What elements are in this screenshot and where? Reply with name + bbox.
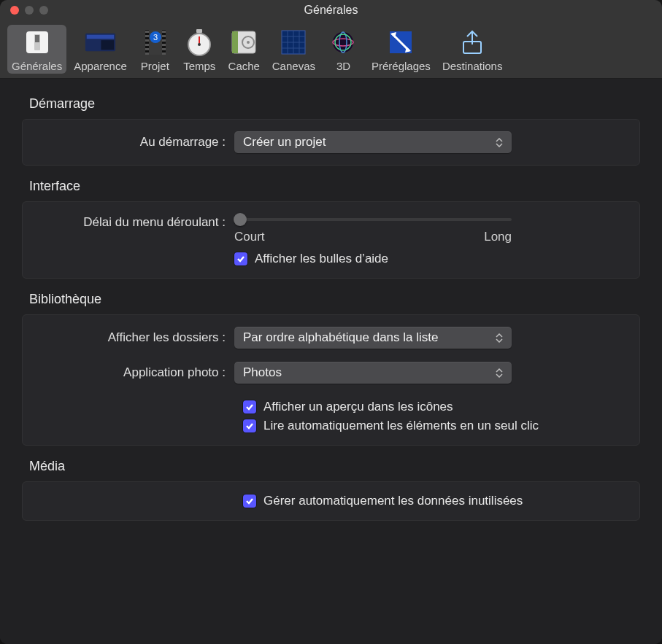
at-startup-label: Au démarrage : bbox=[37, 135, 234, 150]
tab-label: Cache bbox=[228, 60, 260, 72]
content-area: Démarrage Au démarrage : Créer un projet… bbox=[0, 79, 662, 644]
library-panel: Afficher les dossiers : Par ordre alphab… bbox=[22, 314, 640, 446]
svg-text:3: 3 bbox=[153, 33, 158, 42]
show-folders-label: Afficher les dossiers : bbox=[37, 330, 234, 345]
svg-rect-9 bbox=[145, 31, 149, 33]
svg-rect-8 bbox=[162, 30, 166, 55]
svg-rect-7 bbox=[145, 30, 149, 55]
svg-rect-16 bbox=[162, 35, 166, 37]
traffic-lights bbox=[10, 6, 48, 15]
show-tooltips-label: Afficher les bulles d’aide bbox=[255, 252, 388, 266]
destinations-icon bbox=[456, 28, 489, 57]
dropdown-delay-slider[interactable] bbox=[234, 214, 512, 225]
cache-icon bbox=[228, 28, 261, 57]
window-title: Générales bbox=[0, 4, 662, 17]
svg-rect-24 bbox=[196, 29, 202, 33]
interface-panel: Délai du menu déroulant : Court Long bbox=[22, 201, 640, 279]
tab-destinations[interactable]: Destinations bbox=[438, 25, 507, 74]
show-folders-popup[interactable]: Par ordre alphabétique dans la liste bbox=[234, 327, 512, 349]
slider-short-label: Court bbox=[234, 230, 265, 244]
tab-general[interactable]: Générales bbox=[7, 25, 66, 74]
svg-rect-20 bbox=[162, 53, 166, 55]
autoplay-checkbox[interactable] bbox=[243, 419, 256, 432]
svg-rect-14 bbox=[145, 53, 149, 55]
chevron-updown-icon bbox=[496, 365, 506, 380]
minimize-button[interactable] bbox=[25, 6, 34, 15]
section-media-title: Média bbox=[29, 459, 640, 474]
tab-presets[interactable]: Préréglages bbox=[367, 25, 435, 74]
chevron-updown-icon bbox=[496, 135, 506, 150]
autoplay-label: Lire automatiquement les éléments en un … bbox=[263, 419, 539, 433]
canvas-icon bbox=[277, 28, 310, 57]
svg-rect-15 bbox=[162, 31, 166, 33]
toolbar: Générales Apparence bbox=[0, 20, 662, 79]
tab-label: Projet bbox=[141, 60, 169, 72]
svg-rect-17 bbox=[162, 39, 166, 42]
tab-appearance[interactable]: Apparence bbox=[69, 25, 131, 74]
photo-app-popup[interactable]: Photos bbox=[234, 362, 512, 384]
svg-rect-11 bbox=[145, 39, 149, 42]
svg-rect-4 bbox=[87, 35, 115, 39]
startup-panel: Au démarrage : Créer un projet bbox=[22, 119, 640, 166]
chevron-updown-icon bbox=[496, 330, 506, 345]
appearance-icon bbox=[84, 28, 117, 57]
svg-rect-18 bbox=[162, 44, 166, 46]
section-library-title: Bibliothèque bbox=[29, 292, 640, 307]
show-folders-value: Par ordre alphabétique dans la liste bbox=[243, 330, 438, 345]
media-panel: Gérer automatiquement les données inutil… bbox=[22, 481, 640, 521]
zoom-button[interactable] bbox=[39, 6, 48, 15]
svg-rect-12 bbox=[145, 44, 149, 46]
tab-label: Préréglages bbox=[372, 60, 431, 72]
tab-label: Temps bbox=[183, 60, 215, 72]
3d-icon bbox=[327, 28, 360, 57]
presets-icon bbox=[385, 28, 417, 57]
slider-long-label: Long bbox=[484, 230, 512, 244]
preferences-window: Générales Générales Apparence bbox=[0, 0, 662, 644]
at-startup-popup[interactable]: Créer un projet bbox=[234, 131, 512, 153]
svg-rect-19 bbox=[162, 48, 166, 50]
dropdown-delay-label: Délai du menu déroulant : bbox=[37, 214, 234, 230]
time-icon bbox=[183, 28, 216, 57]
tab-label: Apparence bbox=[74, 60, 127, 72]
svg-rect-5 bbox=[101, 40, 114, 50]
section-startup-title: Démarrage bbox=[29, 96, 640, 112]
show-preview-label: Afficher un aperçu dans les icônes bbox=[263, 400, 453, 414]
project-icon: 3 bbox=[139, 28, 172, 57]
auto-manage-label: Gérer automatiquement les données inutil… bbox=[263, 494, 523, 508]
svg-point-26 bbox=[198, 43, 201, 46]
tab-canvas[interactable]: Canevas bbox=[268, 25, 320, 74]
svg-rect-13 bbox=[145, 48, 149, 50]
tab-project[interactable]: 3 Projet bbox=[134, 25, 176, 74]
svg-rect-2 bbox=[35, 35, 39, 42]
show-preview-checkbox[interactable] bbox=[243, 400, 256, 414]
tab-label: Générales bbox=[12, 60, 62, 72]
svg-rect-28 bbox=[232, 31, 238, 53]
close-button[interactable] bbox=[10, 6, 19, 15]
tab-time[interactable]: Temps bbox=[179, 25, 220, 74]
photo-app-label: Application photo : bbox=[37, 365, 234, 380]
tab-label: Canevas bbox=[272, 60, 315, 72]
titlebar: Générales bbox=[0, 0, 662, 20]
svg-rect-10 bbox=[145, 35, 149, 37]
slider-thumb[interactable] bbox=[234, 213, 247, 226]
svg-point-38 bbox=[333, 32, 353, 53]
auto-manage-checkbox[interactable] bbox=[243, 494, 256, 508]
photo-app-value: Photos bbox=[243, 365, 282, 380]
tab-cache[interactable]: Cache bbox=[223, 25, 265, 74]
section-interface-title: Interface bbox=[29, 179, 640, 194]
show-tooltips-checkbox[interactable] bbox=[234, 252, 247, 265]
tab-label: 3D bbox=[336, 60, 350, 72]
tab-3d[interactable]: 3D bbox=[323, 25, 364, 74]
general-icon bbox=[20, 28, 53, 57]
tab-label: Destinations bbox=[442, 60, 503, 72]
svg-point-30 bbox=[247, 41, 250, 44]
at-startup-value: Créer un projet bbox=[243, 135, 326, 150]
